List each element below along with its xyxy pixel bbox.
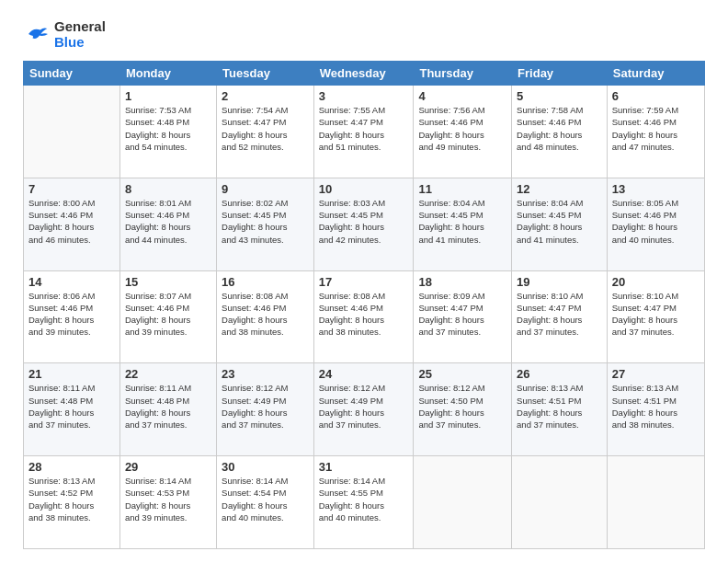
day-info: Sunrise: 7:54 AM Sunset: 4:47 PM Dayligh… xyxy=(222,104,309,153)
header-friday: Friday xyxy=(512,62,608,86)
day-info: Sunrise: 8:01 AM Sunset: 4:46 PM Dayligh… xyxy=(125,197,211,246)
day-info: Sunrise: 7:59 AM Sunset: 4:46 PM Dayligh… xyxy=(612,104,700,153)
day-info: Sunrise: 8:12 AM Sunset: 4:49 PM Dayligh… xyxy=(319,382,409,431)
calendar-cell: 24Sunrise: 8:12 AM Sunset: 4:49 PM Dayli… xyxy=(313,363,414,456)
day-info: Sunrise: 8:03 AM Sunset: 4:45 PM Dayligh… xyxy=(319,197,409,246)
header-saturday: Saturday xyxy=(607,62,704,86)
calendar-cell: 26Sunrise: 8:13 AM Sunset: 4:51 PM Dayli… xyxy=(512,363,608,456)
calendar-cell: 6Sunrise: 7:59 AM Sunset: 4:46 PM Daylig… xyxy=(607,86,704,178)
header-monday: Monday xyxy=(119,62,216,86)
day-info: Sunrise: 7:56 AM Sunset: 4:46 PM Dayligh… xyxy=(418,104,506,153)
day-info: Sunrise: 8:13 AM Sunset: 4:51 PM Dayligh… xyxy=(612,382,700,431)
calendar-cell xyxy=(414,456,512,549)
calendar-week-1: 1Sunrise: 7:53 AM Sunset: 4:48 PM Daylig… xyxy=(24,86,705,178)
day-info: Sunrise: 8:13 AM Sunset: 4:51 PM Dayligh… xyxy=(517,382,602,431)
day-number: 25 xyxy=(418,367,506,381)
day-number: 12 xyxy=(517,182,602,196)
day-number: 22 xyxy=(125,367,211,381)
day-number: 13 xyxy=(612,182,700,196)
logo: General Blue xyxy=(23,18,106,50)
calendar-cell: 9Sunrise: 8:02 AM Sunset: 4:45 PM Daylig… xyxy=(217,178,314,270)
day-number: 24 xyxy=(319,367,409,381)
calendar-cell: 19Sunrise: 8:10 AM Sunset: 4:47 PM Dayli… xyxy=(512,270,608,363)
day-number: 6 xyxy=(612,89,700,103)
calendar-cell: 25Sunrise: 8:12 AM Sunset: 4:50 PM Dayli… xyxy=(414,363,512,456)
calendar-cell: 12Sunrise: 8:04 AM Sunset: 4:45 PM Dayli… xyxy=(512,178,608,270)
page: General Blue Sunday Monday Tuesday Wedne… xyxy=(0,0,728,563)
day-number: 27 xyxy=(612,367,700,381)
calendar-cell: 8Sunrise: 8:01 AM Sunset: 4:46 PM Daylig… xyxy=(119,178,216,270)
day-info: Sunrise: 7:53 AM Sunset: 4:48 PM Dayligh… xyxy=(125,104,211,153)
day-number: 26 xyxy=(517,367,602,381)
calendar-cell: 18Sunrise: 8:09 AM Sunset: 4:47 PM Dayli… xyxy=(414,270,512,363)
day-info: Sunrise: 8:13 AM Sunset: 4:52 PM Dayligh… xyxy=(28,475,115,523)
logo-icon xyxy=(23,20,51,48)
day-info: Sunrise: 7:58 AM Sunset: 4:46 PM Dayligh… xyxy=(517,104,602,153)
header-thursday: Thursday xyxy=(414,62,512,86)
day-info: Sunrise: 8:08 AM Sunset: 4:46 PM Dayligh… xyxy=(319,290,409,339)
day-number: 1 xyxy=(125,89,211,103)
day-number: 18 xyxy=(418,275,506,289)
calendar-cell: 20Sunrise: 8:10 AM Sunset: 4:47 PM Dayli… xyxy=(607,270,704,363)
calendar-cell: 2Sunrise: 7:54 AM Sunset: 4:47 PM Daylig… xyxy=(217,86,314,178)
day-number: 4 xyxy=(418,89,506,103)
day-info: Sunrise: 8:10 AM Sunset: 4:47 PM Dayligh… xyxy=(517,290,602,339)
day-number: 19 xyxy=(517,275,602,289)
calendar-cell: 7Sunrise: 8:00 AM Sunset: 4:46 PM Daylig… xyxy=(24,178,120,270)
day-info: Sunrise: 8:08 AM Sunset: 4:46 PM Dayligh… xyxy=(222,290,309,339)
calendar-cell: 3Sunrise: 7:55 AM Sunset: 4:47 PM Daylig… xyxy=(313,86,414,178)
day-number: 11 xyxy=(418,182,506,196)
day-number: 8 xyxy=(125,182,211,196)
header-wednesday: Wednesday xyxy=(313,62,414,86)
calendar-week-2: 7Sunrise: 8:00 AM Sunset: 4:46 PM Daylig… xyxy=(24,178,705,270)
day-info: Sunrise: 8:04 AM Sunset: 4:45 PM Dayligh… xyxy=(418,197,506,246)
calendar-cell xyxy=(512,456,608,549)
header-sunday: Sunday xyxy=(24,62,120,86)
day-info: Sunrise: 8:10 AM Sunset: 4:47 PM Dayligh… xyxy=(612,290,700,339)
weekday-header-row: Sunday Monday Tuesday Wednesday Thursday… xyxy=(24,62,705,86)
day-info: Sunrise: 8:07 AM Sunset: 4:46 PM Dayligh… xyxy=(125,290,211,339)
day-info: Sunrise: 8:09 AM Sunset: 4:47 PM Dayligh… xyxy=(418,290,506,339)
day-number: 30 xyxy=(222,460,309,474)
header: General Blue xyxy=(23,18,705,50)
calendar-cell: 21Sunrise: 8:11 AM Sunset: 4:48 PM Dayli… xyxy=(24,363,120,456)
day-number: 2 xyxy=(222,89,309,103)
day-number: 29 xyxy=(125,460,211,474)
calendar-cell: 11Sunrise: 8:04 AM Sunset: 4:45 PM Dayli… xyxy=(414,178,512,270)
calendar-cell: 22Sunrise: 8:11 AM Sunset: 4:48 PM Dayli… xyxy=(119,363,216,456)
calendar-cell: 30Sunrise: 8:14 AM Sunset: 4:54 PM Dayli… xyxy=(217,456,314,549)
calendar-cell: 17Sunrise: 8:08 AM Sunset: 4:46 PM Dayli… xyxy=(313,270,414,363)
calendar-cell: 5Sunrise: 7:58 AM Sunset: 4:46 PM Daylig… xyxy=(512,86,608,178)
calendar-cell: 29Sunrise: 8:14 AM Sunset: 4:53 PM Dayli… xyxy=(119,456,216,549)
calendar-cell xyxy=(607,456,704,549)
day-info: Sunrise: 7:55 AM Sunset: 4:47 PM Dayligh… xyxy=(319,104,409,153)
day-number: 14 xyxy=(28,275,115,289)
calendar-week-4: 21Sunrise: 8:11 AM Sunset: 4:48 PM Dayli… xyxy=(24,363,705,456)
calendar-week-5: 28Sunrise: 8:13 AM Sunset: 4:52 PM Dayli… xyxy=(24,456,705,549)
day-info: Sunrise: 8:11 AM Sunset: 4:48 PM Dayligh… xyxy=(28,382,115,431)
calendar-cell: 31Sunrise: 8:14 AM Sunset: 4:55 PM Dayli… xyxy=(313,456,414,549)
day-info: Sunrise: 8:05 AM Sunset: 4:46 PM Dayligh… xyxy=(612,197,700,246)
day-info: Sunrise: 8:12 AM Sunset: 4:50 PM Dayligh… xyxy=(418,382,506,431)
day-info: Sunrise: 8:04 AM Sunset: 4:45 PM Dayligh… xyxy=(517,197,602,246)
calendar-cell: 13Sunrise: 8:05 AM Sunset: 4:46 PM Dayli… xyxy=(607,178,704,270)
calendar-cell: 14Sunrise: 8:06 AM Sunset: 4:46 PM Dayli… xyxy=(24,270,120,363)
calendar-cell: 1Sunrise: 7:53 AM Sunset: 4:48 PM Daylig… xyxy=(119,86,216,178)
day-info: Sunrise: 8:02 AM Sunset: 4:45 PM Dayligh… xyxy=(222,197,309,246)
day-number: 7 xyxy=(28,182,115,196)
calendar-week-3: 14Sunrise: 8:06 AM Sunset: 4:46 PM Dayli… xyxy=(24,270,705,363)
day-info: Sunrise: 8:00 AM Sunset: 4:46 PM Dayligh… xyxy=(28,197,115,246)
day-number: 10 xyxy=(319,182,409,196)
day-info: Sunrise: 8:14 AM Sunset: 4:53 PM Dayligh… xyxy=(125,475,211,523)
calendar-cell: 15Sunrise: 8:07 AM Sunset: 4:46 PM Dayli… xyxy=(119,270,216,363)
day-number: 21 xyxy=(28,367,115,381)
day-info: Sunrise: 8:14 AM Sunset: 4:55 PM Dayligh… xyxy=(319,475,409,523)
calendar-cell: 16Sunrise: 8:08 AM Sunset: 4:46 PM Dayli… xyxy=(217,270,314,363)
day-info: Sunrise: 8:06 AM Sunset: 4:46 PM Dayligh… xyxy=(28,290,115,339)
calendar-cell: 10Sunrise: 8:03 AM Sunset: 4:45 PM Dayli… xyxy=(313,178,414,270)
day-number: 9 xyxy=(222,182,309,196)
calendar-cell xyxy=(24,86,120,178)
day-number: 20 xyxy=(612,275,700,289)
day-info: Sunrise: 8:14 AM Sunset: 4:54 PM Dayligh… xyxy=(222,475,309,523)
day-number: 16 xyxy=(222,275,309,289)
